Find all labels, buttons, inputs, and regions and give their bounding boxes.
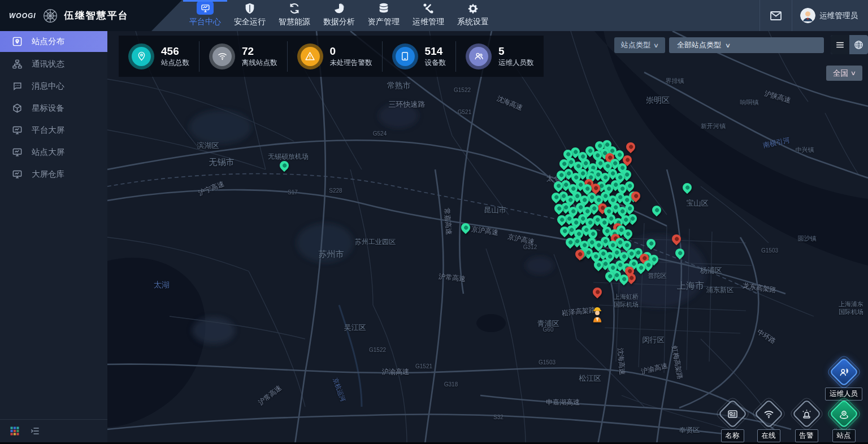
list-icon [835, 40, 845, 50]
shield-icon [244, 2, 256, 15]
nav-tab-asset-management[interactable]: 资产管理 [365, 0, 402, 31]
layer-diamond [829, 399, 858, 428]
sidebar-item-label: 平台大屏 [32, 125, 64, 136]
globe-icon [853, 40, 864, 50]
sidebar-item-label: 大屏仓库 [32, 169, 64, 180]
monitor-icon [12, 125, 23, 136]
layer-label: 在线 [757, 429, 780, 442]
apps-grid-icon[interactable] [9, 425, 20, 437]
pin-circle-icon [838, 408, 849, 420]
stat-value: 514 [425, 45, 446, 58]
gear-icon [467, 2, 479, 15]
stat-value: 5 [498, 45, 534, 58]
sidebar-item-platform-screen[interactable]: 平台大屏 [0, 119, 107, 141]
sidebar-item-label: 站点大屏 [32, 147, 64, 158]
stat-value: 72 [242, 45, 277, 58]
nav-tab-smart-energy[interactable]: 智慧能源 [276, 0, 313, 31]
worker-badge-icon [838, 367, 849, 378]
stat-label: 设备数 [425, 58, 446, 68]
stat-wifi-icon [209, 43, 235, 69]
chevron-down-icon: ∨ [653, 42, 659, 49]
sidebar-item-message-center[interactable]: 消息中心 [0, 75, 107, 97]
nav-tab-label: 资产管理 [368, 17, 400, 27]
stat-value: 0 [330, 45, 372, 58]
stat-pin-icon [128, 43, 154, 69]
database-icon [377, 2, 390, 15]
stat-未处理告警数: 0未处理告警数 [287, 41, 382, 72]
stat-label: 离线站点数 [242, 58, 277, 68]
user-name: 运维管理员 [820, 11, 858, 21]
nav-tab-ops-management[interactable]: 运维管理 [410, 0, 447, 31]
chevron-down-icon: ∨ [850, 69, 856, 77]
layer-label: 站点 [832, 429, 856, 442]
avatar [800, 8, 815, 23]
idcard-icon [727, 408, 738, 420]
ops-worker-marker[interactable] [591, 307, 604, 323]
layer-button-worker-layer[interactable]: 运维人员 [821, 362, 866, 401]
sidebar-item-starred-devices[interactable]: 星标设备 [0, 97, 107, 119]
platform-icon [197, 1, 214, 15]
nav-tab-data-analysis[interactable]: 数据分析 [320, 0, 358, 31]
site-type-all-dropdown[interactable]: 全部站点类型∨ [669, 37, 824, 53]
nav-tab-label: 安全运行 [234, 17, 266, 27]
stats-bar: 456站点总数72离线站点数0未处理告警数514设备数5运维人员数 [119, 36, 544, 77]
sidebar-item-comm-status[interactable]: 通讯状态 [0, 53, 107, 75]
layer-diamond [718, 399, 747, 428]
app-header: WOOGI 伍继智慧平台 平台中心安全运行智慧能源数据分析资产管理运维管理系统设… [0, 0, 868, 31]
nav-tab-system-settings[interactable]: 系统设置 [454, 0, 492, 31]
sidebar-item-label: 消息中心 [32, 81, 64, 92]
logo-wordmark: WOOGI [9, 12, 36, 19]
stat-运维人员数: 5运维人员数 [455, 41, 544, 72]
message-icon [12, 81, 23, 92]
nav-tab-label: 数据分析 [323, 17, 355, 27]
site-type-dropdown[interactable]: 站点类型∨ [614, 37, 665, 53]
sidebar-item-station-distribution[interactable]: 站点分布 [0, 31, 107, 52]
nav-tab-platform-center[interactable]: 平台中心 [186, 0, 224, 31]
sidebar-item-screen-warehouse[interactable]: 大屏仓库 [0, 163, 107, 185]
mail-button[interactable] [760, 0, 792, 31]
stat-warn-icon [297, 43, 323, 69]
collapse-menu-icon[interactable] [29, 425, 41, 437]
nav-tab-label: 平台中心 [189, 17, 221, 27]
pie-icon [333, 2, 345, 15]
app-logo: WOOGI 伍继智慧平台 [9, 0, 129, 31]
layer-label: 告警 [795, 429, 818, 442]
user-area: 运维管理员 [760, 0, 868, 31]
region-dropdown[interactable]: 全国∨ [826, 66, 862, 81]
network-icon [12, 59, 23, 69]
siren-icon [801, 408, 812, 420]
chevron-down-icon: ∨ [725, 42, 731, 49]
nav-tab-label: 智慧能源 [279, 17, 310, 27]
tools-icon [422, 2, 435, 15]
view-mode-toggle [831, 35, 868, 54]
layer-label: 名称 [721, 429, 744, 442]
layer-diamond [754, 399, 783, 428]
monitor-icon [12, 169, 23, 180]
mail-icon [769, 9, 783, 23]
sidebar-item-label: 站点分布 [32, 36, 64, 47]
cube-icon [12, 103, 23, 114]
list-view-button[interactable] [831, 35, 849, 54]
page-title: 伍继智慧平台 [64, 9, 129, 22]
stat-label: 运维人员数 [498, 58, 534, 68]
stat-label: 未处理告警数 [330, 58, 372, 68]
user-menu[interactable]: 运维管理员 [792, 8, 868, 23]
sidebar-item-station-screen[interactable]: 站点大屏 [0, 141, 107, 163]
logo-emblem-icon [42, 7, 59, 24]
sidebar: 站点分布通讯状态消息中心星标设备平台大屏站点大屏大屏仓库 [0, 31, 107, 442]
stat-站点总数: 456站点总数 [119, 41, 199, 72]
globe-view-button[interactable] [849, 35, 868, 54]
stat-device-icon [392, 43, 418, 69]
recycle-icon [288, 2, 301, 15]
nav-tab-label: 运维管理 [413, 17, 444, 27]
monitor-icon [12, 147, 23, 158]
sidebar-item-label: 通讯状态 [32, 59, 64, 69]
sidebar-footer [0, 419, 107, 442]
sidebar-item-label: 星标设备 [32, 103, 64, 114]
stat-people-icon [466, 43, 492, 69]
stat-label: 站点总数 [161, 58, 189, 68]
layer-button-station-layer[interactable]: 站点 [821, 403, 866, 442]
layer-diamond [792, 399, 821, 428]
nav-tab-label: 系统设置 [457, 17, 489, 27]
nav-tab-safe-operation[interactable]: 安全运行 [231, 0, 268, 31]
